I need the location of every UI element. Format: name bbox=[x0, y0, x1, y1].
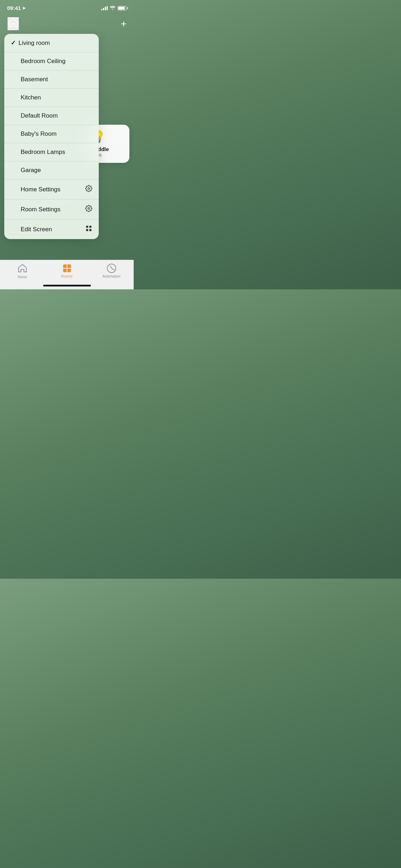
automation-tab-icon bbox=[107, 264, 116, 273]
status-bar: 09:41 ➤ bbox=[0, 0, 134, 14]
svg-rect-5 bbox=[89, 229, 92, 231]
menu-item-label: Home Settings bbox=[21, 186, 61, 193]
signal-icon bbox=[101, 6, 108, 10]
menu-item-bedroom-lamps[interactable]: Bedroom Lamps bbox=[4, 143, 99, 161]
location-arrow-icon: ➤ bbox=[22, 6, 26, 11]
menu-item-basement[interactable]: Basement bbox=[4, 71, 99, 89]
menu-item-label: Kitchen bbox=[21, 94, 41, 101]
menu-item-label: Baby's Room bbox=[21, 130, 57, 138]
rooms-tab-icon bbox=[62, 264, 72, 273]
svg-rect-4 bbox=[86, 229, 88, 231]
menu-item-default-room[interactable]: Default Room bbox=[4, 107, 99, 125]
menu-item-label: Living room bbox=[19, 40, 50, 47]
menu-item-living-room[interactable]: ✓ Living room bbox=[4, 34, 99, 52]
tab-automation-label: Automation bbox=[102, 274, 120, 278]
home-header-button[interactable] bbox=[7, 17, 19, 31]
header: + bbox=[0, 14, 134, 35]
menu-item-edit-screen[interactable]: Edit Screen bbox=[4, 219, 99, 239]
menu-item-label: Basement bbox=[21, 76, 48, 83]
menu-item-kitchen[interactable]: Kitchen bbox=[4, 89, 99, 107]
tab-rooms[interactable]: Rooms bbox=[45, 264, 89, 278]
time-display: 09:41 bbox=[7, 5, 21, 11]
grid-icon bbox=[85, 225, 92, 234]
status-time: 09:41 ➤ bbox=[7, 5, 26, 11]
svg-rect-3 bbox=[89, 226, 92, 228]
menu-item-garage[interactable]: Garage bbox=[4, 161, 99, 180]
status-icons bbox=[101, 5, 127, 11]
menu-item-babys-room[interactable]: Baby's Room bbox=[4, 125, 99, 143]
menu-item-label: Room Settings bbox=[21, 206, 61, 213]
menu-item-label: Bedroom Lamps bbox=[21, 149, 65, 156]
menu-item-home-settings[interactable]: Home Settings bbox=[4, 180, 99, 200]
menu-item-label: Garage bbox=[21, 167, 41, 174]
battery-icon bbox=[118, 6, 127, 10]
gear-icon bbox=[85, 205, 92, 214]
tab-home[interactable]: Home bbox=[0, 264, 45, 279]
menu-item-room-settings[interactable]: Room Settings bbox=[4, 200, 99, 219]
svg-rect-2 bbox=[86, 226, 88, 228]
gear-icon bbox=[85, 185, 92, 194]
room-dropdown-menu: ✓ Living room Bedroom Ceiling Basement K… bbox=[4, 34, 99, 239]
wifi-icon bbox=[110, 5, 115, 11]
home-tab-icon bbox=[18, 264, 27, 274]
tab-home-label: Home bbox=[17, 275, 27, 279]
add-button[interactable]: + bbox=[121, 18, 127, 30]
menu-item-label: Edit Screen bbox=[21, 226, 52, 233]
svg-point-1 bbox=[88, 208, 90, 210]
tab-rooms-label: Rooms bbox=[61, 274, 73, 278]
svg-point-0 bbox=[88, 188, 90, 190]
menu-item-label: Default Room bbox=[21, 112, 58, 119]
checkmark-icon: ✓ bbox=[11, 39, 16, 47]
menu-item-label: Bedroom Ceiling bbox=[21, 58, 66, 65]
home-indicator bbox=[43, 285, 91, 286]
menu-item-bedroom-ceiling[interactable]: Bedroom Ceiling bbox=[4, 52, 99, 71]
tab-automation[interactable]: Automation bbox=[89, 264, 134, 278]
